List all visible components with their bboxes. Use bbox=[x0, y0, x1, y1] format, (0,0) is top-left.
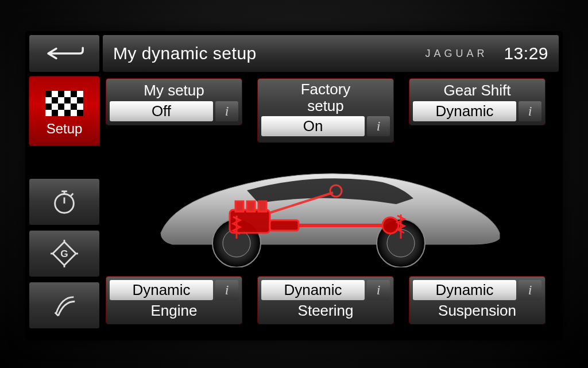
back-button[interactable] bbox=[29, 34, 100, 72]
svg-rect-11 bbox=[64, 110, 71, 116]
my-setup-value: Off bbox=[110, 101, 213, 121]
screen: My dynamic setup JAGUAR 13:29 Se bbox=[29, 34, 559, 337]
svg-rect-5 bbox=[64, 97, 71, 103]
suspension-value: Dynamic bbox=[413, 280, 516, 300]
svg-rect-12 bbox=[77, 110, 83, 116]
svg-text:G: G bbox=[60, 248, 68, 259]
steering-card[interactable]: Dynamic i Steering bbox=[257, 276, 394, 324]
svg-line-16 bbox=[71, 194, 74, 196]
svg-rect-6 bbox=[77, 97, 83, 103]
my-setup-card[interactable]: My setup Off i bbox=[106, 78, 242, 125]
suspension-card[interactable]: Dynamic i Suspension bbox=[409, 276, 546, 324]
checkered-flag-icon bbox=[44, 91, 84, 116]
header-bar: My dynamic setup JAGUAR 13:29 bbox=[29, 34, 559, 72]
back-arrow-icon bbox=[44, 44, 84, 63]
factory-setup-info-button[interactable]: i bbox=[367, 116, 390, 136]
brand-label: JAGUAR bbox=[425, 48, 488, 60]
svg-line-24 bbox=[55, 312, 59, 316]
engine-info-button[interactable]: i bbox=[215, 280, 238, 300]
sidebar-setup-button[interactable]: Setup bbox=[29, 76, 100, 146]
steering-value: Dynamic bbox=[261, 280, 365, 300]
svg-rect-30 bbox=[235, 201, 243, 212]
sidebar: Setup G bbox=[29, 76, 100, 329]
page-title: My dynamic setup bbox=[113, 44, 425, 63]
sidebar-setup-label: Setup bbox=[47, 121, 83, 137]
svg-rect-31 bbox=[247, 201, 255, 212]
engine-title: Engine bbox=[106, 300, 242, 324]
svg-rect-3 bbox=[71, 91, 77, 97]
gear-shift-value: Dynamic bbox=[413, 101, 516, 121]
engine-card[interactable]: Dynamic i Engine bbox=[106, 276, 242, 324]
car-illustration bbox=[115, 150, 540, 270]
my-setup-info-button[interactable]: i bbox=[215, 101, 238, 121]
sidebar-stopwatch-button[interactable] bbox=[29, 178, 100, 225]
sidebar-gmeter-button[interactable]: G bbox=[29, 230, 100, 277]
engine-value: Dynamic bbox=[110, 280, 213, 300]
clock: 13:29 bbox=[504, 44, 548, 63]
svg-rect-1 bbox=[45, 91, 52, 97]
svg-rect-9 bbox=[71, 103, 77, 110]
svg-rect-10 bbox=[52, 110, 58, 116]
svg-rect-8 bbox=[58, 103, 64, 110]
suspension-title: Suspension bbox=[409, 300, 545, 324]
steering-info-button[interactable]: i bbox=[367, 280, 390, 300]
factory-setup-card[interactable]: Factory setup On i bbox=[257, 78, 394, 143]
stopwatch-icon bbox=[51, 188, 78, 216]
screen-bezel: My dynamic setup JAGUAR 13:29 Se bbox=[25, 31, 563, 340]
svg-point-13 bbox=[55, 194, 74, 213]
g-meter-icon: G bbox=[51, 240, 78, 267]
steering-title: Steering bbox=[258, 300, 393, 324]
factory-setup-title: Factory setup bbox=[258, 79, 393, 116]
svg-rect-7 bbox=[45, 103, 52, 110]
svg-rect-2 bbox=[58, 91, 64, 97]
gear-shift-info-button[interactable]: i bbox=[519, 101, 541, 121]
title-bar: My dynamic setup JAGUAR 13:29 bbox=[102, 34, 559, 72]
factory-setup-value: On bbox=[261, 116, 365, 136]
svg-rect-4 bbox=[52, 97, 58, 103]
my-setup-title: My setup bbox=[106, 79, 242, 101]
suspension-info-button[interactable]: i bbox=[519, 280, 541, 300]
gear-shift-card[interactable]: Gear Shift Dynamic i bbox=[409, 78, 546, 125]
throttle-icon bbox=[51, 292, 78, 319]
svg-rect-33 bbox=[270, 220, 299, 231]
gear-shift-title: Gear Shift bbox=[409, 79, 545, 101]
svg-rect-32 bbox=[258, 201, 266, 212]
svg-point-35 bbox=[382, 217, 399, 233]
sidebar-throttle-button[interactable] bbox=[29, 282, 100, 329]
